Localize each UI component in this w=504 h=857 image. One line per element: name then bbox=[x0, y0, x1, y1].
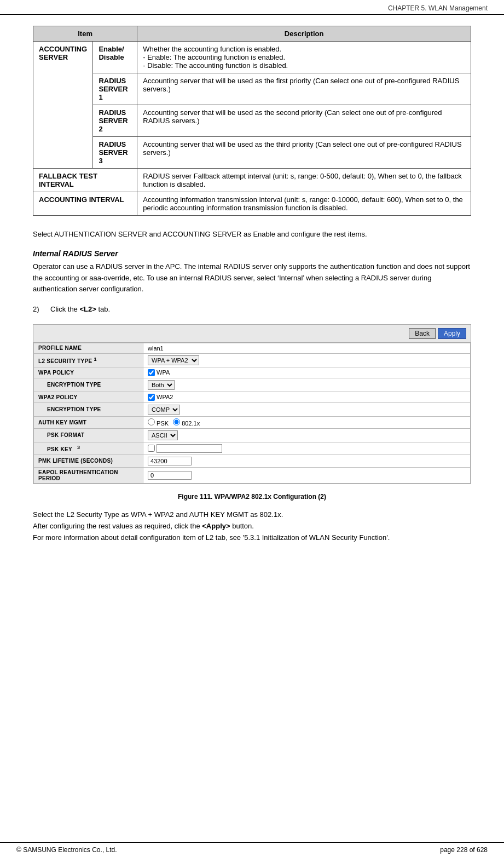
wpa2-enc-select[interactable]: COMP bbox=[148, 405, 180, 415]
psk-format-label: PSK FORMAT bbox=[34, 428, 143, 442]
footer-left: © SAMSUNG Electronics Co., Ltd. bbox=[16, 846, 117, 854]
col1-header: Item bbox=[33, 26, 137, 42]
psk-radio[interactable] bbox=[148, 418, 155, 425]
wpa2-policy-text: WPA2 bbox=[157, 394, 173, 400]
profile-name-label: PROFILE NAME bbox=[34, 343, 143, 353]
l2-tab-label: <L2> bbox=[79, 305, 96, 313]
wpa-policy-checkbox[interactable] bbox=[148, 369, 155, 376]
wpa-enc-label: ENCRYPTION TYPE bbox=[34, 378, 143, 392]
description-table: Item Description ACCOUNTINGSERVER Enable… bbox=[33, 26, 471, 216]
figure-caption: Figure 111. WPA/WPA2 802.1x Configuratio… bbox=[33, 493, 471, 501]
enable-disable-desc: Whether the accounting function is enabl… bbox=[137, 42, 471, 73]
psk-radio-label: PSK bbox=[148, 418, 169, 427]
psk-format-value: ASCII bbox=[143, 428, 471, 442]
form-row-wpa-enc: ENCRYPTION TYPE Both bbox=[34, 378, 471, 392]
dot1x-radio-label: 802.1x bbox=[173, 418, 200, 427]
table-row: RADIUSSERVER 1 Accounting server that wi… bbox=[33, 73, 471, 105]
psk-key-value bbox=[143, 442, 471, 455]
profile-name-value: wlan1 bbox=[143, 343, 471, 353]
fallback-label: FALLBACK TEST INTERVAL bbox=[33, 169, 137, 192]
table-row: ACCOUNTINGSERVER Enable/Disable Whether … bbox=[33, 42, 471, 73]
para3-line2: After configuring the rest values as req… bbox=[33, 521, 471, 532]
form-row-wpa-policy: WPA POLICY WPA bbox=[34, 367, 471, 378]
eapol-value bbox=[143, 467, 471, 483]
form-table: PROFILE NAME wlan1 L2 SECURITY TYPE 1 WP… bbox=[33, 343, 471, 484]
step2: 2) Click the <L2> tab. bbox=[33, 304, 471, 315]
chapter-title: CHAPTER 5. WLAN Management bbox=[388, 4, 488, 12]
radius-server3-label: RADIUSSERVER 3 bbox=[93, 137, 137, 169]
psk-format-select[interactable]: ASCII bbox=[148, 430, 178, 440]
table-row: RADIUSSERVER 2 Accounting server that wi… bbox=[33, 105, 471, 137]
wpa-enc-select[interactable]: Both bbox=[148, 380, 175, 390]
form-row-auth-key: AUTH KEY MGMT PSK 802.1x bbox=[34, 416, 471, 428]
back-button[interactable]: Back bbox=[409, 328, 436, 339]
wpa-policy-text: WPA bbox=[157, 369, 170, 376]
wpa2-policy-checkbox[interactable] bbox=[148, 394, 155, 401]
para3-line1: Select the L2 Security Type as WPA + WPA… bbox=[33, 509, 471, 521]
page-content: Item Description ACCOUNTINGSERVER Enable… bbox=[0, 15, 504, 574]
radius-server1-label: RADIUSSERVER 1 bbox=[93, 73, 137, 105]
form-row-l2-security: L2 SECURITY TYPE 1 WPA + WPA2 bbox=[34, 353, 471, 367]
psk-key-label: PSK KEY 3 bbox=[34, 442, 143, 455]
radius-server1-desc: Accounting server that will be used as t… bbox=[137, 73, 471, 105]
radius-server3-desc: Accounting server that will be used as t… bbox=[137, 137, 471, 169]
form-row-profile-name: PROFILE NAME wlan1 bbox=[34, 343, 471, 353]
radius-server2-desc: Accounting server that will be used as t… bbox=[137, 105, 471, 137]
chapter-header: CHAPTER 5. WLAN Management bbox=[0, 0, 504, 15]
paragraph3: Select the L2 Security Type as WPA + WPA… bbox=[33, 509, 471, 543]
form-row-eapol: EAPOL REAUTHENTICATION PERIOD bbox=[34, 467, 471, 483]
auth-key-label: AUTH KEY MGMT bbox=[34, 416, 143, 428]
l2-security-label: L2 SECURITY TYPE 1 bbox=[34, 353, 143, 367]
step2-text: Click the <L2> tab. bbox=[50, 304, 110, 315]
section-heading: Internal RADIUS Server bbox=[33, 249, 471, 258]
pmk-lifetime-label: PMK LIFETIME (SECONDS) bbox=[34, 455, 143, 467]
apply-button[interactable]: Apply bbox=[438, 328, 466, 339]
accounting-interval-label: ACCOUNTING INTERVAL bbox=[33, 192, 137, 216]
form-row-wpa2-policy: WPA2 POLICY WPA2 bbox=[34, 392, 471, 402]
pmk-lifetime-input[interactable] bbox=[148, 457, 192, 465]
wpa-policy-value: WPA bbox=[143, 367, 471, 378]
dot1x-radio[interactable] bbox=[173, 418, 180, 425]
eapol-input[interactable] bbox=[148, 471, 192, 480]
col2-header: Description bbox=[137, 26, 471, 42]
wpa-enc-value: Both bbox=[143, 378, 471, 392]
l2-security-select[interactable]: WPA + WPA2 bbox=[148, 355, 199, 365]
l2-security-value: WPA + WPA2 bbox=[143, 353, 471, 367]
accounting-interval-desc: Accounting information transmission inte… bbox=[137, 192, 471, 216]
pmk-lifetime-value bbox=[143, 455, 471, 467]
wpa2-policy-label: WPA2 POLICY bbox=[34, 392, 143, 402]
figure-box: Back Apply PROFILE NAME wlan1 L2 SECURIT… bbox=[33, 324, 471, 484]
radius-server2-label: RADIUSSERVER 2 bbox=[93, 105, 137, 137]
wpa2-enc-label: ENCRYPTION TYPE bbox=[34, 402, 143, 416]
accounting-server-label: ACCOUNTINGSERVER bbox=[33, 42, 93, 169]
para3-line3: For more information about detail config… bbox=[33, 532, 471, 544]
paragraph1: Select AUTHENTICATION SERVER and ACCOUNT… bbox=[33, 229, 471, 240]
psk-key-checkbox[interactable] bbox=[148, 445, 155, 452]
page-footer: © SAMSUNG Electronics Co., Ltd. page 228… bbox=[0, 842, 504, 857]
form-row-pmk-lifetime: PMK LIFETIME (SECONDS) bbox=[34, 455, 471, 467]
psk-key-input[interactable] bbox=[157, 444, 222, 453]
eapol-label: EAPOL REAUTHENTICATION PERIOD bbox=[34, 467, 143, 483]
form-row-wpa2-enc: ENCRYPTION TYPE COMP bbox=[34, 402, 471, 416]
form-row-psk-key: PSK KEY 3 bbox=[34, 442, 471, 455]
table-row: FALLBACK TEST INTERVAL RADIUS server Fal… bbox=[33, 169, 471, 192]
fallback-desc: RADIUS server Fallback attempt interval … bbox=[137, 169, 471, 192]
wpa2-policy-value: WPA2 bbox=[143, 392, 471, 402]
step2-number: 2) bbox=[33, 304, 46, 315]
enable-disable-label: Enable/Disable bbox=[93, 42, 137, 73]
auth-key-value: PSK 802.1x bbox=[143, 416, 471, 428]
table-row: ACCOUNTING INTERVAL Accounting informati… bbox=[33, 192, 471, 216]
wpa-policy-label: WPA POLICY bbox=[34, 367, 143, 378]
form-header: Back Apply bbox=[33, 325, 471, 343]
paragraph2: Operator can use a RADIUS server in the … bbox=[33, 261, 471, 295]
footer-right: page 228 of 628 bbox=[440, 846, 488, 854]
table-row: RADIUSSERVER 3 Accounting server that wi… bbox=[33, 137, 471, 169]
apply-bold: <Apply> bbox=[202, 522, 230, 530]
form-row-psk-format: PSK FORMAT ASCII bbox=[34, 428, 471, 442]
wpa2-enc-value: COMP bbox=[143, 402, 471, 416]
